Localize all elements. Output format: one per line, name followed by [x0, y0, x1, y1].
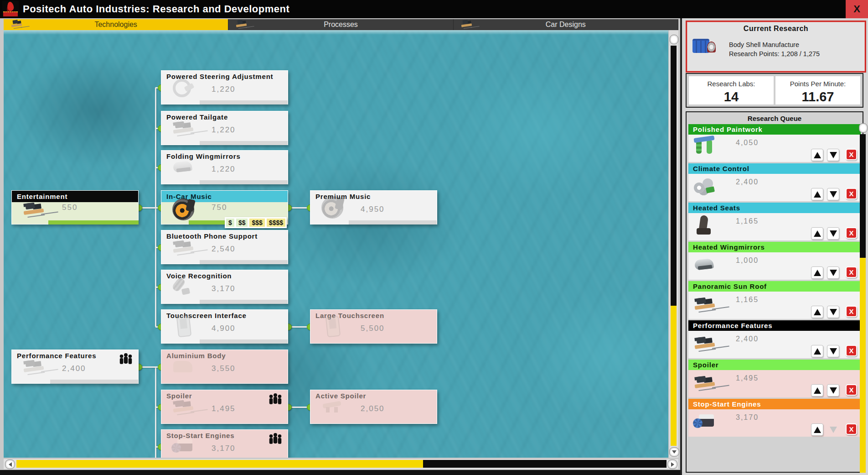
tech-node-premium-music[interactable]: Premium Music4,950 [310, 190, 437, 224]
tech-node-voice-recognition[interactable]: Voice Recognition3,170 [161, 270, 288, 304]
down-arrow-icon [830, 387, 837, 394]
progress-track [200, 180, 288, 184]
tech-node-body: 3,550 [161, 361, 288, 384]
tech-node-body: 4,900 [161, 321, 288, 344]
tech-node-stop-start-engines[interactable]: Stop-Start Engines3,170 [161, 429, 288, 458]
tech-node-body: 3,170 [161, 282, 288, 304]
move-up-button[interactable] [811, 306, 823, 318]
move-down-button[interactable] [827, 149, 839, 161]
cost-tier-label: $$ [236, 219, 248, 227]
queue-item-body: 4,050X [688, 135, 861, 162]
research-cost: 1,220 [212, 85, 236, 94]
current-research-name: Body Shell Manufacture [729, 41, 799, 48]
move-up-button[interactable] [811, 266, 823, 279]
research-queue-title: Research Queue [687, 115, 863, 122]
remove-from-queue-button[interactable]: X [846, 384, 857, 396]
tech-node-entertainment[interactable]: Entertainment550 [11, 190, 139, 224]
move-up-button[interactable] [811, 423, 823, 436]
tech-node-performance-features[interactable]: Performance Features2,400 [11, 350, 139, 384]
remove-from-queue-button[interactable]: X [846, 188, 857, 199]
tech-node-in-car-music[interactable]: In-Car Music750$$$$$$$$$$ [161, 190, 288, 224]
move-down-button[interactable] [827, 266, 839, 279]
phone-icon [171, 315, 195, 339]
tech-node-powered-tailgate[interactable]: Powered Tailgate1,220 [161, 111, 288, 145]
research-cost: 750 [212, 203, 227, 212]
queue-item-title: Polished Paintwork [688, 124, 861, 135]
move-up-button[interactable] [811, 345, 823, 357]
staff-required-icon [118, 353, 134, 365]
move-down-button[interactable] [827, 188, 839, 200]
tech-node-body: 550 [12, 202, 138, 224]
remove-from-queue-button[interactable]: X [846, 227, 857, 239]
queue-item-title: Climate Control [688, 163, 861, 174]
down-arrow-icon [830, 191, 837, 198]
move-down-button[interactable] [827, 384, 839, 397]
tech-node-spoiler[interactable]: Spoiler1,495 [161, 390, 288, 424]
tech-node-body: 2,540 [161, 242, 288, 264]
remove-from-queue-button[interactable]: X [846, 345, 857, 356]
tech-node-powered-steering-adjustment[interactable]: Powered Steering Adjustment1,220 [161, 70, 288, 104]
remove-from-queue-button[interactable]: X [846, 149, 857, 160]
tech-tree-canvas[interactable]: Powered Steering Adjustment1,220Powered … [4, 30, 668, 458]
speaker-icon [320, 196, 344, 219]
progress-track [200, 260, 288, 264]
research-cost: 3,170 [212, 444, 236, 453]
desk-icon [171, 395, 195, 419]
current-research-points: Research Points: 1,208 / 1,275 [729, 50, 820, 57]
move-up-button[interactable] [811, 149, 823, 161]
points-per-minute-value: 11.67 [775, 89, 860, 104]
move-down-button[interactable] [827, 227, 839, 240]
tech-node-touchscreen-interface[interactable]: Touchscreen Interface4,900 [161, 309, 288, 344]
move-up-button[interactable] [811, 188, 823, 200]
move-down-button[interactable] [827, 306, 839, 318]
queue-item-climate-control: Climate Control2,400X [688, 163, 861, 201]
current-research-panel: Current Research Body Shell Manufacture … [686, 21, 866, 73]
wingmirror-icon [171, 156, 195, 179]
tab-technologies[interactable]: Technologies [4, 19, 228, 30]
remove-from-queue-button[interactable]: X [846, 266, 857, 278]
up-arrow-icon [814, 387, 821, 394]
scroll-track[interactable] [423, 460, 666, 468]
down-arrow-icon [830, 348, 837, 355]
app-window: Positech Auto Industries: Research and D… [0, 0, 868, 475]
carwash-icon [693, 136, 717, 159]
research-stats-panel: Research Labs: 14 Points Per Minute: 11.… [686, 73, 863, 108]
up-arrow-icon [814, 230, 821, 237]
remove-from-queue-button[interactable]: X [846, 306, 857, 317]
move-down-button [827, 423, 839, 436]
research-cost: 1,495 [212, 404, 236, 413]
scroll-down-arrow[interactable] [669, 447, 679, 457]
tech-node-large-touchscreen[interactable]: Large Touchscreen5,500 [310, 309, 437, 344]
progress-bar [48, 220, 139, 224]
research-cost: 3,550 [212, 364, 236, 373]
close-button[interactable]: X [846, 0, 868, 18]
tech-node-active-spoiler[interactable]: Active Spoiler2,050 [310, 390, 437, 424]
tab-processes[interactable]: Processes [228, 19, 453, 30]
queue-scrollbar[interactable] [859, 121, 867, 473]
research-cost: 2,400 [62, 364, 86, 373]
move-up-button[interactable] [811, 227, 823, 240]
connector-line [155, 367, 156, 458]
down-arrow-icon [672, 450, 677, 454]
progress-track [200, 100, 288, 104]
queue-item-cost: 3,170 [736, 413, 759, 422]
points-per-minute-box: Points Per Minute: 11.67 [775, 76, 860, 104]
tech-node-folding-wingmirrors[interactable]: Folding Wingmirrors1,220 [161, 150, 288, 184]
map-horizontal-scrollbar[interactable] [4, 459, 678, 469]
move-down-button[interactable] [827, 345, 839, 357]
move-up-button[interactable] [811, 384, 823, 397]
down-arrow-icon [830, 270, 837, 276]
scroll-right-arrow[interactable] [667, 459, 677, 469]
map-vertical-scrollbar[interactable] [669, 30, 678, 458]
scroll-left-arrow[interactable] [5, 459, 15, 469]
research-cost: 4,900 [212, 324, 236, 333]
tab-car-designs[interactable]: Car Designs [454, 19, 678, 30]
tech-node-bluetooth-phone-support[interactable]: Bluetooth Phone Support2,540 [161, 230, 288, 264]
queue-item-body: 1,000X [688, 252, 861, 280]
tech-node-aluminium-body[interactable]: Aluminium Body3,550 [161, 350, 288, 384]
remove-from-queue-button[interactable]: X [846, 423, 857, 435]
scroll-thumb[interactable] [670, 35, 678, 44]
up-arrow-icon [814, 427, 821, 433]
steering-icon [171, 76, 195, 99]
scroll-thumb[interactable] [859, 123, 868, 133]
